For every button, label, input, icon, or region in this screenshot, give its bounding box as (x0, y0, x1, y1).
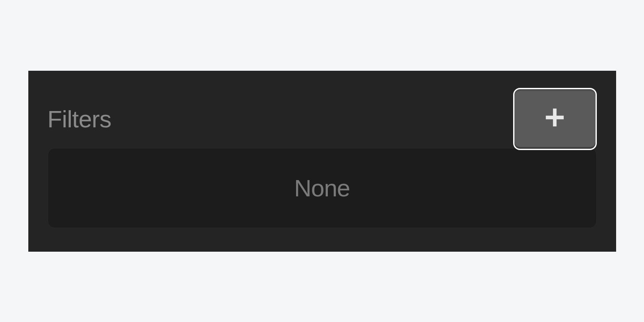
filters-empty-state: None (294, 174, 350, 202)
plus-icon (544, 105, 565, 132)
filters-content: None (48, 148, 597, 228)
filters-header: Filters (48, 88, 597, 150)
filters-title: Filters (48, 105, 112, 133)
filters-panel: Filters None (28, 71, 616, 252)
add-filter-button[interactable] (513, 88, 597, 150)
